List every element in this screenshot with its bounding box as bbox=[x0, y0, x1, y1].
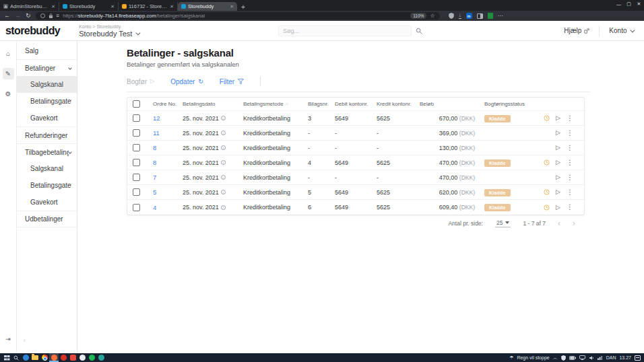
post-play-icon[interactable]: ▷ bbox=[556, 159, 560, 166]
start-button[interactable] bbox=[2, 353, 11, 362]
close-tab-icon[interactable]: ✕ bbox=[110, 4, 115, 9]
edit-icon[interactable]: ✎ bbox=[3, 68, 14, 79]
url-bar[interactable]: ≡ https://storebuddy-7fa14.firebaseapp.c… bbox=[36, 12, 440, 20]
bogfor-button[interactable]: Bogfør ▷ bbox=[127, 78, 154, 85]
info-icon[interactable] bbox=[221, 131, 226, 135]
forward-icon[interactable]: → bbox=[15, 13, 21, 19]
gear-icon[interactable]: ⚙ bbox=[3, 88, 14, 100]
order-link[interactable]: 8 bbox=[153, 144, 183, 151]
row-checkbox[interactable] bbox=[133, 144, 140, 151]
hidden-icons-chevron[interactable]: ︿ bbox=[553, 355, 558, 361]
app-icon-white[interactable] bbox=[77, 353, 87, 362]
kebab-menu-icon[interactable]: ⋮ bbox=[567, 115, 573, 122]
spotify-icon[interactable] bbox=[87, 353, 96, 362]
kebab-menu-icon[interactable]: ⋮ bbox=[567, 159, 573, 166]
volume-icon[interactable] bbox=[589, 355, 594, 361]
row-checkbox[interactable] bbox=[133, 159, 140, 166]
bookmark-star-icon[interactable]: ☆ bbox=[430, 13, 434, 19]
column-filter-icon[interactable]: ≡ bbox=[286, 102, 288, 106]
pending-clock-icon[interactable] bbox=[544, 189, 550, 195]
minimize-button[interactable]: — bbox=[614, 0, 624, 8]
sheets-extension-icon[interactable] bbox=[488, 13, 493, 19]
row-checkbox[interactable] bbox=[133, 114, 140, 122]
shield-icon[interactable] bbox=[449, 13, 454, 19]
info-icon[interactable] bbox=[221, 160, 226, 165]
post-play-icon[interactable]: ▷ bbox=[556, 115, 560, 121]
umbrella-weather-icon[interactable]: ☂ bbox=[509, 355, 513, 361]
close-tab-icon[interactable]: ✕ bbox=[51, 4, 55, 9]
sidebar-item-salg[interactable]: Salg bbox=[17, 42, 77, 59]
sidebar-item-gavekort-2[interactable]: Gavekort bbox=[17, 194, 77, 211]
back-icon[interactable]: ← bbox=[4, 13, 10, 19]
kebab-menu-icon[interactable]: ⋮ bbox=[567, 174, 573, 181]
language-indicator[interactable]: DAN bbox=[606, 355, 616, 360]
taskbar-search-icon[interactable] bbox=[11, 353, 21, 362]
kebab-menu-icon[interactable]: ⋮ bbox=[567, 204, 573, 211]
sidebar-item-betalingsgateway[interactable]: Betalingsgateway bbox=[17, 93, 77, 110]
prev-page-icon[interactable]: ‹ bbox=[558, 219, 560, 227]
order-link[interactable]: 7 bbox=[153, 174, 183, 181]
post-play-icon[interactable]: ▷ bbox=[556, 189, 560, 195]
browser-tab-storebuddy-1[interactable]: Storebuddy ✕ bbox=[59, 2, 119, 11]
account-switcher[interactable]: Konto > Storebuddy Storebuddy Test bbox=[79, 24, 139, 38]
notification-center-icon[interactable] bbox=[635, 355, 641, 361]
network-icon[interactable] bbox=[579, 355, 585, 360]
row-checkbox[interactable] bbox=[133, 129, 140, 137]
split-screen-icon[interactable] bbox=[477, 13, 483, 19]
edge-icon[interactable] bbox=[21, 353, 30, 362]
info-icon[interactable] bbox=[221, 175, 226, 180]
home-icon[interactable]: ⌂ bbox=[3, 48, 14, 59]
order-link[interactable]: 8 bbox=[153, 159, 183, 166]
info-icon[interactable] bbox=[221, 205, 226, 210]
info-icon[interactable] bbox=[221, 190, 226, 194]
zoom-level-badge[interactable]: 110% bbox=[410, 13, 426, 19]
site-info-icon[interactable] bbox=[40, 13, 45, 18]
new-tab-button[interactable]: + bbox=[241, 3, 245, 11]
order-link[interactable]: 5 bbox=[153, 188, 183, 196]
browser-tab-test[interactable]: 116732 - Storebuddy Test (Mi ✕ bbox=[119, 2, 178, 11]
close-tab-icon[interactable]: ✕ bbox=[230, 4, 234, 9]
sidebar-item-tilbagebetalinger[interactable]: Tilbagebetalinger bbox=[17, 143, 77, 160]
linkedin-extension-icon[interactable]: in bbox=[466, 13, 472, 19]
search-input[interactable] bbox=[278, 26, 412, 36]
url-text[interactable]: https://storebuddy-7fa14.firebaseapp.com… bbox=[63, 13, 205, 19]
signal-bars-icon[interactable] bbox=[598, 355, 603, 360]
help-link[interactable]: Hjælp bbox=[564, 27, 589, 34]
maximize-button[interactable]: ▢ bbox=[624, 0, 634, 8]
app-icon-red-1[interactable] bbox=[59, 353, 68, 362]
filter-button[interactable]: Filter bbox=[220, 78, 244, 85]
sidebar-item-refunderinger[interactable]: Refunderinger bbox=[17, 126, 77, 143]
page-size-select[interactable]: 25 bbox=[495, 219, 511, 227]
battery-icon[interactable] bbox=[569, 356, 576, 360]
weather-text[interactable]: Regn vil stoppe bbox=[517, 355, 549, 360]
post-play-icon[interactable]: ▷ bbox=[556, 205, 560, 211]
account-name[interactable]: Storebuddy Test bbox=[79, 30, 132, 38]
account-menu-button[interactable]: Konto bbox=[609, 27, 633, 34]
clock[interactable]: 13.27 bbox=[619, 355, 631, 360]
sidebar-item-betalingsgateway-2[interactable]: Betalingsgateway bbox=[17, 177, 77, 194]
firefox-icon-active[interactable] bbox=[49, 353, 59, 362]
sidebar-toggle-icon[interactable]: ⇥ bbox=[5, 336, 11, 342]
order-link[interactable]: 12 bbox=[153, 114, 183, 122]
sidebar-item-betalinger[interactable]: Betalinger bbox=[17, 59, 77, 76]
pending-clock-icon[interactable] bbox=[544, 159, 550, 166]
row-checkbox[interactable] bbox=[133, 188, 140, 196]
chrome-icon[interactable] bbox=[40, 353, 49, 362]
browser-menu-icon[interactable]: ⋯ bbox=[498, 13, 503, 19]
pending-clock-icon[interactable] bbox=[544, 115, 550, 121]
next-page-icon[interactable]: › bbox=[573, 219, 575, 227]
app-icon-red-2[interactable] bbox=[68, 353, 77, 362]
sidebar-item-salgskanal-2[interactable]: Salgskanal bbox=[17, 160, 77, 177]
browser-tab-active[interactable]: Storebuddy ✕ bbox=[178, 2, 237, 11]
order-link[interactable]: 11 bbox=[153, 129, 183, 137]
search-icon[interactable] bbox=[416, 28, 422, 34]
post-play-icon[interactable]: ▷ bbox=[556, 130, 560, 136]
browser-tab-admin[interactable]: A AdminStorebuddy/lo ✕ bbox=[0, 2, 59, 11]
post-play-icon[interactable]: ▷ bbox=[556, 145, 560, 151]
app-icon-teal[interactable] bbox=[96, 353, 106, 362]
close-tab-icon[interactable]: ✕ bbox=[170, 4, 174, 9]
kebab-menu-icon[interactable]: ⋮ bbox=[567, 130, 573, 137]
sidebar-item-salgskanal[interactable]: Salgskanal bbox=[17, 76, 77, 93]
row-checkbox[interactable] bbox=[133, 174, 140, 181]
reload-icon[interactable]: ↻ bbox=[26, 13, 31, 19]
